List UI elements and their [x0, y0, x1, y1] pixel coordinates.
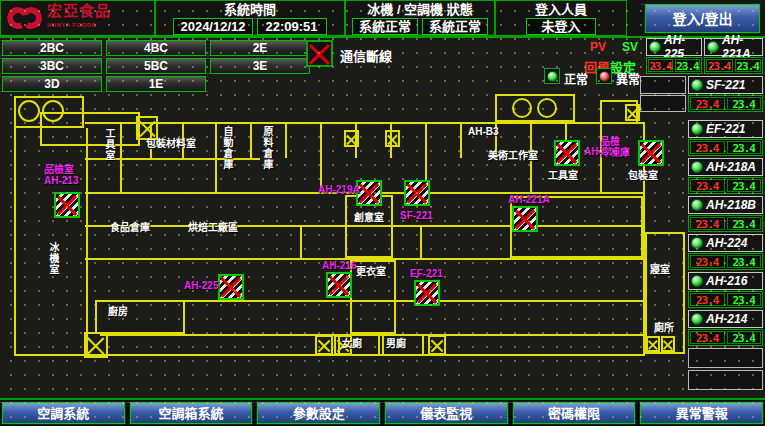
unit-name-label: SF-221 [706, 78, 745, 92]
unit-values-AH-218B: 23.423.4 [688, 215, 763, 232]
unit-name-label: AH-216 [706, 274, 747, 288]
pv-value: 23.4 [690, 217, 725, 230]
floorplan-wall [215, 124, 217, 192]
floorplan-wall [100, 334, 645, 336]
unit-AH-218B[interactable]: AH-218B [688, 196, 763, 214]
room-label: 男廁 [386, 338, 406, 349]
sv-value: 23.4 [735, 59, 762, 72]
system-time-panel: 系統時間 2024/12/12 22:09:51 [155, 0, 345, 36]
floor-button-1E[interactable]: 1E [106, 76, 206, 92]
equipment-label: EF-221 [410, 268, 443, 279]
unit-values-AH-224: 23.423.4 [688, 253, 763, 270]
equip-icon-AH-225[interactable] [218, 274, 244, 300]
empty-slot [688, 370, 763, 390]
unit-led-icon [649, 41, 661, 53]
floor-button-2E[interactable]: 2E [210, 40, 310, 56]
stair-x-icon [315, 335, 333, 355]
pv-value: 23.4 [690, 179, 725, 192]
machine-status-panel: 冰機 / 空調機 狀態 系統正常 系統正常 [345, 0, 495, 36]
unit-name-label: AH-218B [706, 198, 756, 212]
equip-icon-AH-214[interactable] [554, 140, 580, 166]
pv-value: 23.4 [690, 141, 725, 154]
floor-button-3E[interactable]: 3E [210, 58, 310, 74]
stair-x-icon [385, 130, 400, 147]
equip-icon-SF-221[interactable] [404, 180, 430, 206]
floorplan-wall [120, 124, 122, 192]
room-label: 創意室 [354, 212, 384, 223]
sv-value: 23.4 [727, 217, 762, 230]
stair-spiral [512, 98, 532, 118]
floor-button-5BC[interactable]: 5BC [106, 58, 206, 74]
sv-value: 23.4 [727, 255, 762, 268]
room-label: 工具室 [104, 128, 115, 161]
unit-led-icon [691, 161, 703, 173]
bottom-tab-0[interactable]: 空調系統 [2, 402, 125, 424]
room-label: 工具室 [548, 170, 578, 181]
floorplan: 品檢室AH-213AH-219ASF-221AH-214品檢冷凍庫AH-221A… [0, 92, 690, 398]
room-label: 包裝室 [628, 170, 658, 181]
room-label: 烘焙工廠區 [188, 222, 238, 233]
unit-led-icon [691, 275, 703, 287]
floor-button-4BC[interactable]: 4BC [106, 40, 206, 56]
unit-name-label: EF-221 [706, 122, 745, 136]
unit-led-icon [691, 199, 703, 211]
room-label: 更衣室 [356, 266, 386, 277]
floor-button-3BC[interactable]: 3BC [2, 58, 102, 74]
machine-status-title: 冰機 / 空調機 狀態 [346, 1, 494, 18]
equipment-label: SF-221 [400, 210, 433, 221]
room-label: 自動倉庫 [222, 126, 233, 170]
floorplan-room [40, 112, 140, 146]
bottom-menu: 空調系統空調箱系統參數設定儀表監視密碼權限異常警報 [0, 398, 765, 426]
bottom-tab-4[interactable]: 密碼權限 [513, 402, 636, 424]
room-label: 廚房 [108, 306, 128, 317]
brand-name: 宏亞食品HUNYA FOODS [47, 4, 111, 32]
room-label: 寢室 [650, 264, 670, 275]
logo: 宏亞食品HUNYA FOODS [0, 0, 155, 36]
floorplan-wall [320, 124, 322, 192]
unit-AH-218A[interactable]: AH-218A [688, 158, 763, 176]
comm-loss-label: 通信斷線 [340, 46, 392, 65]
equip-icon-EF-221[interactable] [414, 280, 440, 306]
unit-AH-216[interactable]: AH-216 [688, 272, 763, 290]
equipment-label: 品檢冷凍庫 [600, 136, 630, 158]
equipment-label: 品檢室AH-213 [44, 164, 78, 186]
sv-value: 23.4 [727, 331, 762, 344]
login-panel: 登入人員 未登入 [495, 0, 627, 36]
room-label: 冰機室 [48, 242, 59, 275]
system-date-value: 2024/12/12 [173, 18, 252, 35]
system-time-title: 系統時間 [156, 1, 344, 18]
bottom-tab-3[interactable]: 儀表監視 [385, 402, 508, 424]
stair-spiral [537, 98, 557, 118]
unit-AH-225[interactable]: AH-225 [646, 38, 702, 56]
floorplan-wall [300, 225, 302, 260]
pv-value: 23.4 [690, 293, 725, 306]
sv-value: 23.4 [675, 59, 700, 72]
unit-SF-221[interactable]: SF-221 [688, 76, 763, 94]
bottom-tab-5[interactable]: 異常警報 [640, 402, 763, 424]
unit-values-SF-221: 23.423.4 [688, 95, 763, 112]
unit-values-AH-214: 23.423.4 [688, 329, 763, 346]
bottom-tab-2[interactable]: 參數設定 [257, 402, 380, 424]
stair-x-icon [428, 335, 446, 355]
floorplan-wall [86, 128, 88, 354]
stair-x-icon [625, 104, 640, 121]
unit-AH-221A[interactable]: AH-221A [704, 38, 763, 56]
unit-led-icon [691, 237, 703, 249]
room-label: 女廁 [342, 338, 362, 349]
sv-value: 23.4 [727, 97, 762, 110]
login-logout-button[interactable]: 登入/登出 [645, 4, 760, 33]
equip-icon-AH-216[interactable] [326, 272, 352, 298]
floorplan-wall [85, 122, 645, 124]
bottom-tab-1[interactable]: 空調箱系統 [130, 402, 253, 424]
unit-AH-224[interactable]: AH-224 [688, 234, 763, 252]
pv-value: 23.4 [706, 59, 733, 72]
floor-button-2BC[interactable]: 2BC [2, 40, 102, 56]
equip-icon-freezer[interactable] [638, 140, 664, 166]
floor-button-3D[interactable]: 3D [2, 76, 102, 92]
equip-icon-AH-213[interactable] [54, 192, 80, 218]
equip-icon-AH-221A[interactable] [512, 206, 538, 232]
unit-AH-214[interactable]: AH-214 [688, 310, 763, 328]
unit-EF-221[interactable]: EF-221 [688, 120, 763, 138]
abnormal-led-icon [596, 68, 612, 84]
equipment-label: AH-225 [184, 280, 218, 291]
